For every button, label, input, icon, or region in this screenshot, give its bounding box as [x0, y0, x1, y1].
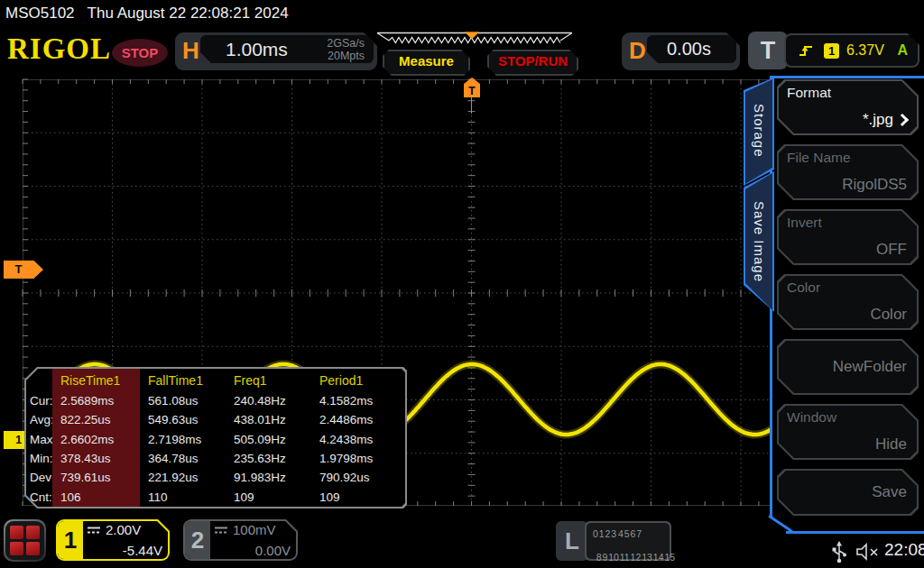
measurement-column-header: RiseTime1	[52, 369, 140, 391]
channel2-offset: 0.00V	[214, 543, 291, 558]
measurement-table: RiseTime1FallTime1Freq1Period1Cur:2.5689…	[26, 369, 405, 507]
dc-coupling-icon	[214, 526, 228, 535]
trigger-position-stem	[471, 97, 472, 114]
measurement-value: 549.63us	[140, 410, 226, 429]
volume-muted-icon[interactable]	[855, 543, 881, 561]
measurement-column-header: Freq1	[226, 369, 311, 391]
tab-storage[interactable]: Storage	[744, 76, 774, 186]
trigger-settings-box[interactable]: 1 6.37V A	[784, 33, 919, 68]
menu-item-value: OFF	[876, 241, 907, 259]
menu-item-value: *.jpg	[863, 111, 893, 129]
measurement-column-header: Period1	[311, 369, 405, 391]
channel1-offset: -5.44V	[87, 543, 162, 558]
usb-icon	[831, 541, 847, 564]
menu-item-format[interactable]: Format *.jpg	[777, 79, 919, 135]
chevron-right-icon	[896, 114, 909, 126]
menu-item-label: Format	[787, 85, 831, 101]
measurement-value: 2.4486ms	[311, 410, 405, 429]
tab-save-image-label: Save Image	[752, 201, 767, 282]
measurement-value: 109	[311, 487, 405, 506]
digital-channels-box[interactable]: 0 1 2 3 4 5 6 7 8 9 10 11 12 13 14 15	[585, 521, 671, 561]
menu-item-new-folder[interactable]: NewFolder	[777, 339, 919, 395]
measurement-value: 790.92us	[311, 468, 405, 487]
trigger-mode: A	[897, 42, 908, 59]
dc-coupling-icon	[87, 526, 101, 535]
channel1-pill[interactable]: 1 2.00V -5.44V	[56, 519, 170, 561]
menu-item-value: Color	[870, 306, 907, 324]
menu-item-label: Window	[787, 409, 836, 426]
digital-row1: 0 1 2 3 4 5 6 7	[593, 528, 642, 539]
menu-border-bottom	[786, 531, 924, 534]
measurement-value: 4.1582ms	[311, 391, 405, 410]
measurement-value: 110	[140, 487, 226, 506]
measurement-row-label: Avg:	[26, 410, 52, 429]
measurement-value: 91.983Hz	[226, 468, 311, 487]
measurement-value: 364.78us	[140, 449, 226, 468]
measurement-value: 4.2438ms	[311, 430, 405, 449]
measurement-value: 438.01Hz	[226, 410, 311, 429]
digital-row2: 8 9 10 11 12 13 14 15	[596, 552, 675, 563]
menu-item-save[interactable]: Save	[777, 469, 919, 516]
measurement-value: 822.25us	[52, 410, 140, 429]
menu-item-value: NewFolder	[833, 358, 907, 376]
trigger-level-value: 6.37V	[846, 42, 884, 59]
measurement-value: 240.48Hz	[226, 391, 311, 410]
menu-item-color[interactable]: Color Color	[777, 274, 919, 330]
measurement-row-label: Min:	[26, 449, 52, 468]
tab-storage-label: Storage	[752, 104, 767, 158]
grid-menu-icon[interactable]	[4, 519, 46, 562]
measurement-row-label: Max:	[26, 430, 52, 449]
measurement-value: 505.09Hz	[226, 430, 311, 449]
trigger-source-badge: 1	[824, 43, 839, 59]
menu-item-label: Color	[787, 279, 820, 296]
menu-item-file-name[interactable]: File Name RigolDS5	[777, 144, 919, 200]
channel2-pill[interactable]: 2 100mV 0.00V	[183, 519, 298, 561]
measurement-value: 378.43us	[52, 449, 140, 468]
menu-item-invert[interactable]: Invert OFF	[777, 209, 919, 265]
measurement-row-label: Dev:	[26, 468, 52, 487]
channel2-scale: 100mV	[233, 522, 276, 537]
measurement-value: 2.7198ms	[140, 430, 226, 449]
status-clock: 22:08	[884, 540, 924, 560]
channel1-scale: 2.00V	[106, 522, 141, 537]
measurement-value: 109	[226, 487, 311, 506]
measurement-value: 1.9798ms	[311, 449, 405, 468]
menu-item-label: File Name	[787, 150, 851, 166]
oscilloscope-screen: MSO5102Thu August 22 22:08:21 2024 T 1 T…	[0, 0, 924, 568]
menu-item-value: RigolDS5	[842, 176, 907, 194]
digital-channels-tab[interactable]: L	[556, 521, 588, 561]
measurement-value: 2.6602ms	[52, 430, 140, 449]
menu-item-label: Invert	[787, 215, 822, 231]
channel1-badge: 1	[58, 521, 83, 559]
channel2-badge: 2	[185, 521, 210, 559]
measurement-value: 739.61us	[52, 468, 140, 487]
measurement-panel[interactable]: RiseTime1FallTime1Freq1Period1Cur:2.5689…	[24, 367, 407, 508]
menu-item-value: Hide	[875, 435, 907, 453]
menu-item-window[interactable]: Window Hide	[777, 404, 919, 460]
trigger-slope-icon	[798, 43, 814, 58]
measurement-value: 235.63Hz	[226, 449, 311, 468]
menu-item-value: Save	[872, 483, 907, 501]
measurement-value: 2.5689ms	[52, 391, 140, 410]
measurement-column-header: FallTime1	[140, 369, 226, 391]
measurement-value: 221.92us	[140, 468, 226, 487]
measurement-value: 561.08us	[140, 391, 226, 410]
measurement-row-label: Cur:	[26, 391, 52, 410]
measurement-value: 106	[52, 487, 140, 506]
